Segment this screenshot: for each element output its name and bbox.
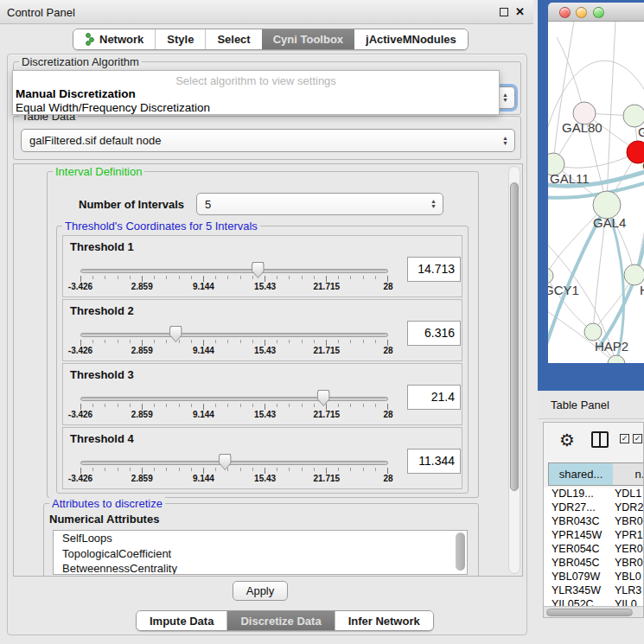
tab-network-label: Network xyxy=(99,33,143,46)
settings-scrollbar-thumb[interactable] xyxy=(510,182,519,491)
table-rows: YDL19...YDL1YDR27...YDR2YBR043CYBR0YPR14… xyxy=(544,488,644,606)
threshold-label: Threshold 1 xyxy=(70,240,134,253)
tab-discretize-data[interactable]: Discretize Data xyxy=(226,611,334,630)
combo-arrows-icon: ▲▼ xyxy=(502,92,508,103)
table-row[interactable]: YDR27...YDR2 xyxy=(544,501,644,515)
attributes-group-title: Attributes to discretize xyxy=(49,497,165,510)
attributes-list-scrollbar[interactable] xyxy=(456,532,465,571)
table-row[interactable]: YLR345WYLR3 xyxy=(544,584,644,598)
number-of-intervals-value: 5 xyxy=(205,198,211,211)
slider-scale-labels: -3.4262.8599.14415.4321.71528 xyxy=(80,282,388,292)
tab-style[interactable]: Style xyxy=(155,29,205,49)
interval-definition-group-title: Interval Definition xyxy=(53,165,144,178)
table-panel-title: Table Panel xyxy=(538,391,644,419)
edge[interactable] xyxy=(607,22,615,205)
threshold-row: Threshold 4 -3.4262.8599.14415.4321.7152… xyxy=(62,427,462,489)
slider-track[interactable] xyxy=(80,269,388,273)
number-of-intervals-label: Number of Intervals xyxy=(79,198,184,211)
tab-infer-network[interactable]: Infer Network xyxy=(335,611,433,630)
top-tab-bar: Network Style Select Cyni Toolbox jActiv… xyxy=(73,29,469,50)
table-data-combobox[interactable]: galFiltered.sif default node ▲▼ xyxy=(21,129,515,152)
attribute-item[interactable]: SelfLoops xyxy=(54,531,467,546)
checkbox-icon[interactable]: ✓ xyxy=(620,434,629,443)
algorithm-dropdown-list: Select algorithm to view settings Manual… xyxy=(12,70,500,115)
node-label: H xyxy=(640,283,644,297)
minimize-traffic-light-icon[interactable] xyxy=(576,7,587,18)
threshold-label: Threshold 4 xyxy=(70,432,134,445)
apply-button[interactable]: Apply xyxy=(233,581,288,601)
network-node[interactable] xyxy=(548,268,553,284)
table-row[interactable]: YIL052CYIL0 xyxy=(544,598,644,606)
dropdown-option-equal-width[interactable]: Equal Width/Frequency Discretization xyxy=(13,101,499,115)
gear-icon[interactable]: ⚙ xyxy=(559,430,575,450)
table-horizontal-scrollbar[interactable] xyxy=(544,606,644,618)
tab-network[interactable]: Network xyxy=(73,29,155,49)
thresholds-group: Threshold's Coordinates for 5 Intervals … xyxy=(56,226,469,494)
discretization-algorithm-group-title: Discretization Algorithm xyxy=(19,55,142,68)
right-region: GAL80G.CGAL11GAL4GCY1HHAP2 Table Panel ⚙… xyxy=(538,0,644,644)
slider-scale-labels: -3.4262.8599.14415.4321.71528 xyxy=(80,410,388,420)
slider-ticks xyxy=(80,276,389,282)
threshold-label: Threshold 2 xyxy=(70,304,134,317)
threshold-value-box[interactable]: 21.4 xyxy=(407,385,461,410)
table-row[interactable]: YBL079WYBL0 xyxy=(544,571,644,584)
close-icon[interactable]: ✕ xyxy=(515,5,525,18)
slider-track[interactable] xyxy=(80,461,388,465)
node-label: GCY1 xyxy=(548,283,579,297)
table-row[interactable]: YBR045CYBR0 xyxy=(544,557,644,571)
settings-scroll-panel: Interval Definition Number of Intervals … xyxy=(13,163,523,577)
threshold-value-box[interactable]: 11.344 xyxy=(407,449,461,474)
table-row[interactable]: YER054CYER0 xyxy=(544,543,644,557)
table-data-group: Table Data galFiltered.sif default node … xyxy=(13,116,521,160)
network-canvas[interactable]: GAL80G.CGAL11GAL4GCY1HHAP2 xyxy=(548,22,644,363)
close-traffic-light-icon[interactable] xyxy=(559,7,571,18)
tab-impute-data[interactable]: Impute Data xyxy=(137,611,226,630)
network-node[interactable] xyxy=(584,323,602,341)
table-row[interactable]: YBR043CYBR0 xyxy=(544,515,644,529)
table-row[interactable]: YDL19...YDL1 xyxy=(544,488,644,501)
slider-track[interactable] xyxy=(80,333,388,337)
control-panel: Control Panel ✕ Network Style Select Cyn… xyxy=(0,0,538,644)
tab-select[interactable]: Select xyxy=(205,29,261,49)
thresholds-group-title: Threshold's Coordinates for 5 Intervals xyxy=(62,220,260,233)
numerical-attributes-list[interactable]: SelfLoopsTopologicalCoefficientBetweenne… xyxy=(53,530,468,575)
settings-scrollbar[interactable] xyxy=(508,166,520,574)
threshold-row: Threshold 3 -3.4262.8599.14415.4321.7152… xyxy=(62,363,462,425)
combo-arrows-icon: ▲▼ xyxy=(502,136,508,146)
column-header-name[interactable]: n... xyxy=(613,462,644,486)
node-label: HAP2 xyxy=(595,339,628,354)
threshold-value-box[interactable]: 6.316 xyxy=(407,321,461,346)
tab-cyni-toolbox[interactable]: Cyni Toolbox xyxy=(262,29,354,49)
checkbox-icon[interactable]: ✓ xyxy=(633,434,642,443)
column-header-shared[interactable]: shared... xyxy=(548,462,614,486)
table-row[interactable]: YPR145WYPR1 xyxy=(544,529,644,543)
node-label: GAL80 xyxy=(562,120,603,135)
network-node[interactable] xyxy=(608,355,625,363)
table-panel: ⚙ ✓ ✓ shared... n... YDL19...YDL1YDR27..… xyxy=(543,422,644,618)
spinner-arrows-icon: ▲▼ xyxy=(430,199,437,209)
float-window-icon[interactable] xyxy=(500,8,508,16)
columns-icon[interactable] xyxy=(591,431,609,448)
dropdown-option-manual-discretization[interactable]: Manual Discretization xyxy=(13,87,499,101)
slider-ticks xyxy=(80,468,389,474)
threshold-row: Threshold 1 -3.4262.8599.14415.4321.7152… xyxy=(62,235,462,297)
bottom-tab-bar: Impute Data Discretize Data Infer Networ… xyxy=(136,610,434,631)
threshold-row: Threshold 2 -3.4262.8599.14415.4321.7152… xyxy=(62,299,462,361)
threshold-value-box[interactable]: 14.713 xyxy=(407,257,461,282)
tab-jactivemnodules[interactable]: jActiveMNodules xyxy=(354,29,468,49)
network-window-titlebar[interactable] xyxy=(548,3,644,22)
number-of-intervals-spinner[interactable]: 5 ▲▼ xyxy=(196,193,443,215)
control-panel-titlebar: Control Panel ✕ xyxy=(0,0,533,24)
attributes-group: Attributes to discretize Numerical Attri… xyxy=(43,503,479,577)
zoom-traffic-light-icon[interactable] xyxy=(593,7,604,18)
edge[interactable] xyxy=(553,22,574,164)
slider-scale-labels: -3.4262.8599.14415.4321.71528 xyxy=(80,474,388,484)
attribute-item[interactable]: TopologicalCoefficient xyxy=(54,546,467,562)
network-icon xyxy=(85,33,95,46)
network-node[interactable] xyxy=(627,141,644,163)
attribute-item[interactable]: BetweennessCentrality xyxy=(54,561,467,575)
slider-track[interactable] xyxy=(80,397,388,401)
interval-definition-group: Interval Definition Number of Intervals … xyxy=(47,171,479,498)
table-hscrollbar-thumb[interactable] xyxy=(546,609,633,616)
table-toolbar: ⚙ ✓ ✓ xyxy=(544,423,644,461)
